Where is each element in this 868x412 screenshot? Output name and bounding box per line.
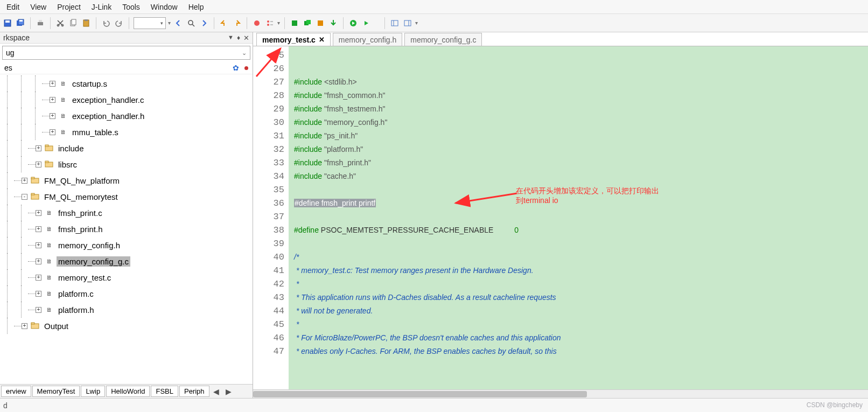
build-all-icon[interactable] bbox=[302, 18, 313, 29]
menu-view[interactable]: View bbox=[25, 2, 52, 12]
tree-item[interactable]: +🗎cstartup.s bbox=[0, 75, 253, 92]
download-icon[interactable] bbox=[328, 18, 339, 29]
tree-expander[interactable]: + bbox=[36, 275, 41, 281]
svg-rect-5 bbox=[38, 22, 43, 25]
tree-item[interactable]: +libsrc bbox=[0, 156, 253, 172]
breakpoint-toggle-icon[interactable] bbox=[251, 18, 262, 29]
tree-expander[interactable]: + bbox=[50, 81, 55, 87]
svg-rect-22 bbox=[306, 20, 311, 24]
tree-item[interactable]: +🗎mmu_table.s bbox=[0, 124, 253, 140]
project-tree[interactable]: +🗎cstartup.s+🗎exception_handler.c+🗎excep… bbox=[0, 74, 253, 384]
svg-point-17 bbox=[267, 24, 269, 26]
menu-window[interactable]: Window bbox=[145, 2, 183, 12]
run-icon[interactable] bbox=[348, 18, 359, 29]
tree-expander[interactable]: + bbox=[22, 323, 27, 329]
bookmark-prev-icon[interactable] bbox=[219, 18, 229, 29]
code-area[interactable]: #include <stdlib.h>#include "fmsh_common… bbox=[289, 46, 868, 389]
tree-item[interactable]: +🗎exception_handler.c bbox=[0, 92, 253, 108]
workspace-tab[interactable]: HelloWorld bbox=[106, 386, 150, 397]
gear-icon[interactable]: ✿ bbox=[233, 64, 239, 72]
svg-rect-1 bbox=[5, 20, 10, 23]
tree-item[interactable]: +🗎exception_handler.h bbox=[0, 108, 253, 124]
svg-rect-38 bbox=[31, 323, 34, 324]
tree-expander[interactable]: + bbox=[36, 259, 41, 264]
build-icon[interactable] bbox=[289, 18, 300, 29]
tree-expander[interactable]: + bbox=[50, 113, 55, 119]
editor-tab[interactable]: memory_config.h bbox=[333, 33, 402, 46]
tree-label: fmsh_print.c bbox=[57, 208, 104, 218]
editor-tab[interactable]: memory_test.c✕ bbox=[256, 33, 331, 46]
tree-expander[interactable]: + bbox=[36, 226, 41, 232]
workspace-tab[interactable]: MemoryTest bbox=[32, 386, 80, 397]
tree-item[interactable]: +include bbox=[0, 140, 253, 156]
tree-expander[interactable]: + bbox=[22, 178, 27, 184]
tree-expander[interactable]: + bbox=[36, 162, 41, 167]
tree-item[interactable]: +🗎fmsh_print.h bbox=[0, 221, 253, 237]
menu-help[interactable]: Help bbox=[183, 2, 209, 12]
tree-expander[interactable]: + bbox=[36, 145, 41, 151]
layout1-icon[interactable] bbox=[389, 18, 400, 29]
tree-expander[interactable]: + bbox=[36, 242, 41, 248]
print-icon[interactable] bbox=[35, 18, 46, 29]
cut-icon[interactable] bbox=[55, 18, 66, 29]
menu-edit[interactable]: Edit bbox=[1, 2, 25, 12]
config-dropdown[interactable]: ug ⌄ bbox=[2, 46, 250, 60]
tree-item[interactable]: +🗎platform.c bbox=[0, 285, 253, 302]
tree-expander[interactable]: + bbox=[36, 291, 41, 297]
editor-horizontal-scrollbar[interactable] bbox=[253, 389, 868, 398]
folder-icon bbox=[31, 322, 39, 330]
files-label: es bbox=[4, 64, 12, 72]
layout2-icon[interactable] bbox=[402, 18, 413, 29]
menu-project[interactable]: Project bbox=[52, 2, 86, 12]
nav-back-icon[interactable] bbox=[173, 18, 184, 29]
tree-label: exception_handler.h bbox=[71, 111, 146, 121]
tree-item[interactable]: +FM_QL_hw_platform bbox=[0, 172, 253, 188]
editor-tab[interactable]: memory_config_g.c bbox=[404, 33, 482, 46]
save-all-icon[interactable] bbox=[15, 18, 26, 29]
save-icon[interactable] bbox=[2, 18, 13, 29]
tree-expander[interactable]: + bbox=[50, 97, 55, 103]
panel-close-icon[interactable]: ✕ bbox=[243, 34, 249, 42]
search-combo[interactable] bbox=[134, 17, 166, 29]
tree-item[interactable]: +🗎memory_config_g.c bbox=[0, 253, 253, 269]
svg-point-13 bbox=[188, 20, 193, 25]
tree-expander[interactable]: + bbox=[36, 307, 41, 313]
find-icon[interactable] bbox=[186, 18, 197, 29]
workspace-tabs-nav[interactable]: ◀ bbox=[210, 387, 222, 396]
workspace-tab[interactable]: erview bbox=[1, 386, 31, 397]
workspace-tab[interactable]: Periph bbox=[179, 386, 209, 397]
breakpoint-list-icon[interactable] bbox=[264, 18, 275, 29]
tree-expander[interactable]: + bbox=[36, 210, 41, 216]
tree-expander[interactable]: - bbox=[22, 194, 27, 200]
file-icon: 🗎 bbox=[59, 95, 67, 104]
stop-build-icon[interactable] bbox=[315, 18, 326, 29]
tree-label: Output bbox=[43, 321, 70, 331]
panel-dropdown-icon[interactable]: ▼ bbox=[228, 34, 234, 42]
workspace-header: rkspace ▼ ♦ ✕ bbox=[0, 32, 253, 44]
tree-item[interactable]: +🗎platform.h bbox=[0, 302, 253, 318]
tree-item[interactable]: +🗎fmsh_print.c bbox=[0, 205, 253, 221]
paste-icon[interactable] bbox=[81, 18, 92, 29]
redo-icon[interactable] bbox=[114, 18, 124, 29]
panel-restore-icon[interactable]: ♦ bbox=[237, 34, 240, 42]
files-header: es ✿ bbox=[0, 62, 253, 74]
workspace-tab[interactable]: FSBL bbox=[151, 386, 178, 397]
tree-item[interactable]: +🗎memory_test.c bbox=[0, 269, 253, 285]
tree-item[interactable]: +Output bbox=[0, 318, 253, 334]
debug-icon[interactable] bbox=[361, 18, 372, 29]
workspace-tab[interactable]: Lwip bbox=[81, 386, 105, 397]
folder-icon bbox=[45, 144, 53, 152]
workspace-tabs-nav[interactable]: ▶ bbox=[222, 387, 235, 396]
svg-point-15 bbox=[254, 20, 260, 26]
copy-icon[interactable] bbox=[68, 18, 79, 29]
bookmark-next-icon[interactable] bbox=[232, 18, 242, 29]
tree-item[interactable]: +🗎memory_config.h bbox=[0, 237, 253, 253]
nav-forward-icon[interactable] bbox=[199, 18, 209, 29]
close-tab-icon[interactable]: ✕ bbox=[319, 36, 325, 44]
tree-item[interactable]: -FM_QL_memorytest bbox=[0, 188, 253, 205]
undo-icon[interactable] bbox=[101, 18, 111, 29]
menu-bar: EditViewProjectJ-LinkToolsWindowHelp bbox=[0, 0, 868, 14]
menu-tools[interactable]: Tools bbox=[117, 2, 145, 12]
menu-j-link[interactable]: J-Link bbox=[86, 2, 117, 12]
tree-expander[interactable]: + bbox=[50, 129, 55, 135]
